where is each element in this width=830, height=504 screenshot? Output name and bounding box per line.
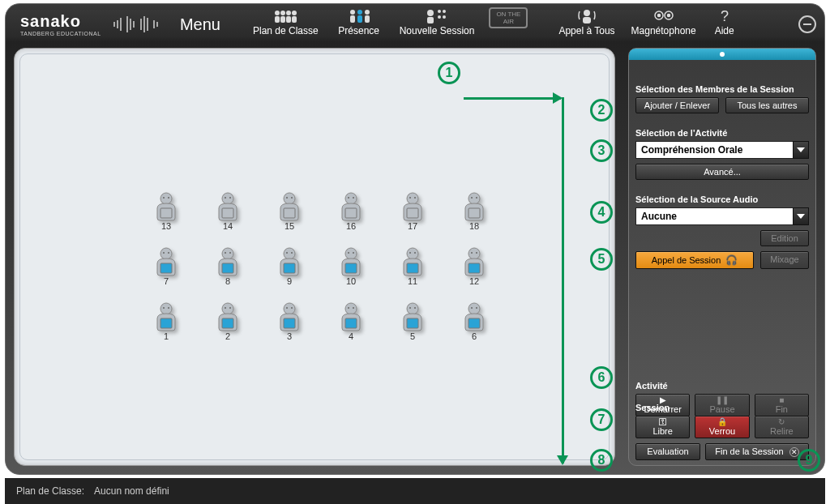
appel-a-tous-button[interactable]: Appel à Tous: [550, 6, 622, 43]
topbar-buttons: Plan de Classe Présence Nouvelle Session…: [245, 6, 816, 43]
svg-rect-9: [350, 15, 355, 23]
activity-select[interactable]: Compréhension Orale: [635, 141, 809, 159]
seat-18[interactable]: 18: [458, 192, 490, 231]
seat-15[interactable]: 15: [273, 192, 306, 231]
svg-rect-5: [280, 16, 285, 23]
svg-point-1: [280, 11, 285, 15]
seat-17[interactable]: 17: [396, 192, 429, 231]
menu-button[interactable]: Menu: [180, 15, 220, 34]
svg-rect-15: [427, 17, 434, 23]
aide-button[interactable]: ? Aide: [704, 6, 745, 43]
chevron-down-icon[interactable]: [793, 141, 809, 159]
seat-7[interactable]: 7: [150, 247, 182, 286]
seat-14[interactable]: 14: [212, 192, 244, 231]
edit-button[interactable]: Edition: [760, 230, 809, 246]
seat-6[interactable]: 6: [458, 302, 490, 341]
svg-point-8: [350, 10, 355, 15]
svg-point-39: [345, 193, 357, 204]
svg-rect-74: [468, 263, 480, 273]
seat-number: 15: [285, 221, 294, 231]
seat-16[interactable]: 16: [335, 192, 367, 231]
seat-number: 8: [225, 276, 230, 286]
svg-point-31: [222, 193, 233, 204]
svg-point-14: [427, 10, 434, 16]
seat-13[interactable]: 13: [150, 192, 182, 231]
add-remove-button[interactable]: Ajouter / Enlever: [635, 97, 719, 113]
end-session-button[interactable]: Fin de la Session ✕: [705, 443, 809, 460]
seat-8[interactable]: 8: [212, 247, 244, 286]
svg-point-40: [348, 197, 349, 199]
svg-rect-58: [222, 263, 233, 273]
seat-1[interactable]: 1: [150, 302, 182, 341]
svg-rect-66: [345, 263, 357, 273]
seat-9[interactable]: 9: [273, 247, 306, 286]
activity-select-section: Sélection de l'Activité Compréhension Or…: [635, 128, 809, 180]
minimize-button[interactable]: [798, 15, 816, 33]
seat-3[interactable]: 3: [273, 302, 306, 341]
seat-row: 13 14 15 16 17 18: [150, 192, 490, 231]
plan-de-classe-button[interactable]: Plan de Classe: [245, 6, 327, 43]
seat-number: 14: [223, 221, 233, 231]
svg-point-29: [168, 197, 169, 199]
svg-point-72: [471, 252, 473, 254]
reread-button[interactable]: ↻ Relire: [755, 416, 809, 438]
magnetophone-button[interactable]: Magnétophone: [623, 6, 704, 43]
seat-10[interactable]: 10: [335, 247, 367, 286]
svg-rect-70: [407, 263, 418, 273]
svg-point-95: [468, 303, 480, 314]
session-panel: Sélection des Membres de la Session Ajou…: [628, 48, 816, 466]
svg-point-35: [284, 193, 295, 204]
audio-heading: Sélection de la Source Audio: [635, 194, 809, 204]
evaluation-button[interactable]: Evaluation: [635, 443, 700, 460]
session-tab-indicator[interactable]: [629, 49, 815, 60]
svg-point-32: [225, 197, 226, 199]
svg-point-36: [286, 197, 288, 199]
svg-point-2: [286, 11, 291, 15]
seat-number: 9: [287, 276, 292, 286]
seat-5[interactable]: 5: [396, 302, 429, 341]
seat-number: 12: [469, 276, 479, 286]
seats-grid: 13 14 15 16 17 18 7 8 9: [150, 192, 490, 357]
seat-11[interactable]: 11: [396, 247, 429, 286]
seat-12[interactable]: 12: [458, 247, 490, 286]
seat-number: 5: [410, 331, 415, 341]
svg-point-83: [284, 303, 295, 314]
mix-button[interactable]: Mixage: [760, 251, 809, 269]
svg-point-57: [229, 252, 231, 254]
advanced-button[interactable]: Avancé...: [635, 164, 809, 180]
svg-point-56: [225, 252, 226, 254]
free-label: Libre: [652, 426, 672, 436]
status-value: Aucun nom défini: [94, 485, 169, 497]
svg-point-92: [409, 307, 411, 309]
seat-2[interactable]: 2: [212, 302, 244, 341]
topbar-label: Nouvelle Session: [400, 25, 475, 36]
svg-point-79: [222, 303, 233, 314]
audio-select[interactable]: Aucune: [635, 207, 809, 225]
app-window: sanako TANDBERG EDUCATIONAL Menu Plan de…: [5, 3, 825, 475]
all-others-button[interactable]: Tous les autres: [725, 97, 809, 113]
brand-logo: sanako TANDBERG EDUCATIONAL: [20, 12, 101, 36]
on-air-indicator: ON THE AIR: [482, 6, 534, 28]
free-button[interactable]: ⚿ Libre: [635, 416, 690, 438]
on-air-badge: ON THE AIR: [489, 7, 528, 28]
svg-point-48: [471, 197, 473, 199]
topbar-label: Présence: [338, 25, 379, 36]
topbar-label: Plan de Classe: [253, 25, 319, 36]
chevron-down-icon[interactable]: [793, 207, 809, 225]
seating-panel: 13 14 15 16 17 18 7 8 9: [14, 48, 615, 466]
seat-4[interactable]: 4: [335, 302, 367, 341]
nouvelle-session-button[interactable]: Nouvelle Session: [391, 6, 483, 43]
svg-point-25: [667, 15, 670, 17]
svg-point-12: [365, 10, 370, 15]
session-call-button[interactable]: Appel de Session 🎧: [635, 251, 754, 269]
svg-rect-62: [284, 263, 295, 273]
presence-icon: [348, 7, 370, 25]
lock-button[interactable]: 🔒 Verrou: [695, 416, 749, 438]
presence-button[interactable]: Présence: [327, 6, 391, 43]
svg-point-75: [160, 303, 172, 314]
members-section: Sélection des Membres de la Session Ajou…: [635, 84, 809, 113]
seat-number: 4: [349, 331, 353, 341]
reread-label: Relire: [770, 426, 794, 436]
svg-point-49: [476, 197, 477, 199]
svg-point-45: [414, 197, 416, 199]
